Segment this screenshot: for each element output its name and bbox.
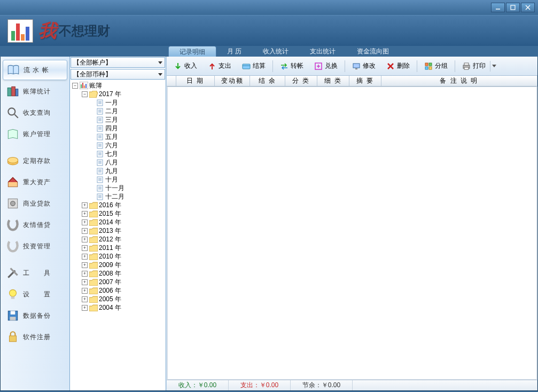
- grid-col-balance[interactable]: 结 余: [250, 76, 285, 86]
- collapse-icon[interactable]: −: [72, 83, 78, 89]
- exchange-button[interactable]: 兑换: [309, 59, 342, 73]
- tree-month[interactable]: 七月: [71, 150, 165, 158]
- tree-month[interactable]: 二月: [71, 107, 165, 115]
- tree-month[interactable]: 八月: [71, 158, 165, 167]
- house-icon: [6, 176, 20, 189]
- chevron-down-icon[interactable]: [490, 61, 497, 72]
- tree-year[interactable]: +2008 年: [71, 269, 165, 278]
- chart-icon: [80, 82, 88, 89]
- tree-month[interactable]: 三月: [71, 115, 165, 124]
- grid-body[interactable]: [167, 87, 537, 380]
- print-button[interactable]: 打印: [457, 59, 502, 73]
- tree-month[interactable]: 一月: [71, 98, 165, 107]
- sidebar-item-tools[interactable]: 工 具: [3, 263, 67, 283]
- grid-col-marker[interactable]: [167, 76, 176, 86]
- sidebar-item-backup[interactable]: 数据备份: [3, 305, 67, 326]
- sidebar-item-invest[interactable]: 投资管理: [3, 236, 67, 256]
- sidebar-item-settings[interactable]: 设 置: [3, 284, 67, 304]
- tree-month[interactable]: 六月: [71, 141, 165, 150]
- tree-year[interactable]: +2004 年: [71, 303, 165, 312]
- svg-rect-21: [10, 336, 17, 342]
- expand-icon[interactable]: +: [82, 305, 88, 311]
- expand-icon[interactable]: +: [82, 254, 88, 260]
- grid-col-remark[interactable]: 备 注 说 明: [381, 76, 537, 86]
- expand-icon[interactable]: +: [82, 211, 88, 217]
- collapse-icon[interactable]: −: [82, 91, 88, 97]
- close-button[interactable]: [521, 3, 535, 12]
- grid-col-category[interactable]: 分 类: [285, 76, 317, 86]
- expand-icon[interactable]: +: [82, 262, 88, 268]
- svg-rect-87: [464, 63, 469, 65]
- sidebar-item-register[interactable]: 软件注册: [3, 327, 67, 347]
- grid-col-change[interactable]: 变动额: [215, 76, 250, 86]
- file-icon: [97, 176, 104, 183]
- tab-records[interactable]: 记录明细: [168, 46, 216, 57]
- tree-year[interactable]: +2012 年: [71, 235, 165, 244]
- sidebar-item-ledger[interactable]: 流 水 帐: [3, 60, 67, 80]
- tree-year[interactable]: +2005 年: [71, 295, 165, 303]
- sidebar-item-lending[interactable]: 友情借贷: [3, 215, 67, 235]
- expand-icon[interactable]: +: [82, 228, 88, 234]
- delete-button[interactable]: 删除: [381, 59, 415, 73]
- tab-calendar[interactable]: 月 历: [216, 46, 252, 57]
- main-area: 流 水 帐 账簿统计 收支查询 账户管理 定期存款 重大资产 商业贷款 友情借贷…: [0, 57, 538, 391]
- sidebar: 流 水 帐 账簿统计 收支查询 账户管理 定期存款 重大资产 商业贷款 友情借贷…: [1, 57, 70, 390]
- app-title-post: 不想理财: [59, 22, 110, 40]
- tree-year-open[interactable]: −2017 年: [71, 90, 165, 98]
- sidebar-item-search[interactable]: 收支查询: [3, 103, 67, 123]
- folder-icon: [89, 253, 98, 260]
- income-button[interactable]: 收入: [169, 59, 202, 73]
- sidebar-item-assets[interactable]: 重大资产: [3, 172, 67, 192]
- expand-icon[interactable]: +: [82, 219, 88, 225]
- tree-root[interactable]: −账簿: [71, 81, 165, 90]
- tree-month[interactable]: 十月: [71, 175, 165, 184]
- edit-button[interactable]: 修改: [347, 59, 380, 73]
- sidebar-item-accounts[interactable]: 账户管理: [3, 124, 67, 144]
- account-filter-dropdown[interactable]: 【全部帐户】: [71, 57, 165, 68]
- svg-rect-23: [81, 84, 82, 88]
- sidebar-item-book-stats[interactable]: 账簿统计: [3, 81, 67, 101]
- settle-button[interactable]: 结算: [237, 59, 270, 73]
- grid-col-summary[interactable]: 摘 要: [349, 76, 381, 86]
- tree-year[interactable]: +2006 年: [71, 286, 165, 295]
- tree-month[interactable]: 四月: [71, 124, 165, 132]
- content-area: 收入 支出 结算 转帐 兑换 修改 删除 分组 打印 日 期 变动额 结 余 分…: [166, 57, 537, 390]
- tab-income-stats[interactable]: 收入统计: [252, 46, 299, 57]
- tree-year[interactable]: +2010 年: [71, 252, 165, 261]
- grid-col-subcat[interactable]: 细 类: [317, 76, 349, 86]
- tree-year[interactable]: +2011 年: [71, 244, 165, 252]
- tree-month[interactable]: 十二月: [71, 192, 165, 201]
- expand-icon[interactable]: +: [82, 245, 88, 251]
- tree-month[interactable]: 五月: [71, 132, 165, 141]
- expand-icon[interactable]: +: [82, 237, 88, 242]
- tree-month[interactable]: 十一月: [71, 184, 165, 192]
- tree-year[interactable]: +2007 年: [71, 278, 165, 286]
- svg-rect-17: [11, 296, 15, 299]
- grid-col-date[interactable]: 日 期: [176, 76, 215, 86]
- tree-year[interactable]: +2014 年: [71, 218, 165, 226]
- maximize-button[interactable]: [506, 3, 520, 12]
- expense-button[interactable]: 支出: [203, 59, 236, 73]
- file-icon: [97, 159, 104, 166]
- expand-icon[interactable]: +: [82, 271, 88, 277]
- minimize-button[interactable]: [491, 3, 505, 12]
- tree-year[interactable]: +2016 年: [71, 201, 165, 209]
- tree-month[interactable]: 九月: [71, 167, 165, 175]
- tab-cashflow[interactable]: 资金流向图: [346, 46, 400, 57]
- expand-icon[interactable]: +: [82, 202, 88, 208]
- group-button[interactable]: 分组: [419, 59, 453, 73]
- expand-icon[interactable]: +: [82, 279, 88, 285]
- sidebar-item-deposit[interactable]: 定期存款: [3, 151, 67, 171]
- grid-header: 日 期 变动额 结 余 分 类 细 类 摘 要 备 注 说 明: [167, 76, 537, 87]
- tree-year[interactable]: +2009 年: [71, 261, 165, 269]
- ledger-tree[interactable]: −账簿 −2017 年 一月二月三月四月五月六月七月八月九月十月十一月十二月 +…: [70, 80, 166, 390]
- tab-expense-stats[interactable]: 支出统计: [299, 46, 346, 57]
- sidebar-item-loan[interactable]: 商业贷款: [3, 193, 67, 214]
- expand-icon[interactable]: +: [82, 296, 88, 302]
- app-header: 我 不想理财: [0, 15, 538, 46]
- transfer-button[interactable]: 转帐: [275, 59, 308, 73]
- expand-icon[interactable]: +: [82, 288, 88, 294]
- currency-filter-dropdown[interactable]: 【全部币种】: [71, 69, 165, 80]
- tree-year[interactable]: +2013 年: [71, 226, 165, 235]
- tree-year[interactable]: +2015 年: [71, 209, 165, 218]
